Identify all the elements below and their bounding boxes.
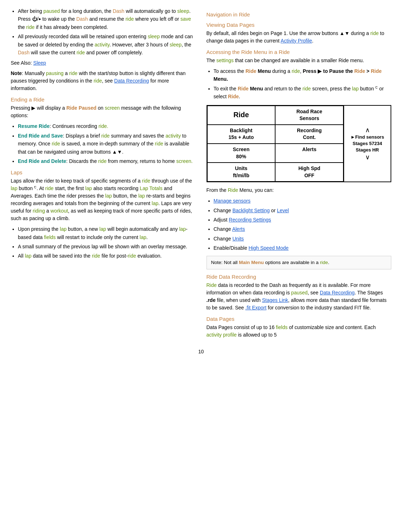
laps-bullet-2: A small summary of the previous lap will… [18, 243, 196, 250]
nav-heading: Navigation in Ride [207, 11, 392, 18]
ride-cell-road-race: Road RaceSensors [275, 106, 343, 125]
ride-pause: Ride [354, 68, 365, 74]
alerts-link[interactable]: Alerts [232, 226, 245, 232]
backlight-item: Change Backlight Setting or Level [214, 207, 392, 214]
stages-link[interactable]: Stages Link [262, 297, 288, 303]
highspeed-link[interactable]: High Speed Mode [249, 245, 289, 251]
data-pages-heading: Data Pages [207, 316, 392, 322]
ride-select: Ride [228, 94, 239, 99]
rde-text: .rde [207, 297, 216, 303]
ride-text-7: ride [155, 141, 163, 146]
ride-text-5: ride [101, 133, 109, 139]
ride-access-1: ride [292, 68, 300, 74]
lap-text-4: lap [138, 193, 145, 199]
ride-cell-recording: RecordingCont. [275, 125, 343, 144]
left-column: After being paused for a long duration, … [11, 7, 196, 342]
ending-heading: Ending a Ride [11, 96, 196, 103]
ride-cell-units: Unitsft/mi/lb [207, 163, 276, 182]
note-box: Note: Not all Main Menu options are avai… [207, 256, 392, 269]
sleep-bullets: After being paused for a long duration, … [18, 7, 196, 56]
find-sensors-text: ►Find sensorsStages 57234Stages HR [351, 134, 384, 154]
main-menu-text: Main Menu [239, 260, 264, 265]
ending-intro: Pressing ▶ will display a Ride Paused on… [11, 104, 196, 119]
page-number: 10 [11, 349, 391, 354]
note-para: Note: Manually pausing a ride with the s… [11, 70, 196, 92]
data-pages-text: Data Pages consist of up to 16 fields of… [207, 324, 392, 339]
resume-ride-item: Resume Ride: Continues recording ride. [18, 122, 196, 130]
ride-menu-side: ∧ ►Find sensorsStages 57234Stages HR ∨ [344, 124, 391, 163]
save-text: save [180, 16, 191, 22]
access-bullet-2: To exit the Ride Menu and return to the … [214, 85, 392, 101]
lap-text-2: lap [85, 185, 92, 191]
activity-profile-link[interactable]: Activity Profile [281, 38, 312, 44]
units-item: Change Units [214, 235, 392, 243]
workout-text: workout [50, 208, 68, 214]
accessing-text: The settings that can be changed are ava… [207, 57, 392, 64]
from-menu-text: From the Ride Menu, you can: [207, 187, 392, 194]
ride-data-heading: Ride Data Recording [207, 274, 392, 280]
units-link[interactable]: Units [232, 236, 244, 242]
dash-text-2: Dash [76, 16, 88, 22]
data-recording-link-1[interactable]: Data Recording [114, 78, 149, 84]
ride-cell-alerts: Alerts [275, 144, 343, 163]
activity-text-1: activity [95, 42, 110, 48]
resume-ride-label: Resume Ride [18, 123, 50, 129]
end-ride-delete-item: End Ride and Delete: Discards the ride f… [18, 157, 196, 165]
see-also: See Also: Sleep [11, 59, 196, 67]
level-link[interactable]: Level [277, 208, 289, 213]
lap-text-5: lap [152, 200, 159, 206]
fit-export-link[interactable]: .fit Export [245, 305, 266, 310]
sleep-link[interactable]: Sleep [33, 60, 46, 66]
ride-text-10: ride [128, 253, 136, 259]
screen-text: screen [105, 105, 120, 111]
recording-link[interactable]: Recording Settings [229, 217, 271, 223]
sleep-text-1: sleep [177, 8, 189, 14]
page-container: After being paused for a long duration, … [11, 7, 391, 342]
ride-menu-label-1: Ride [245, 68, 256, 74]
lap-text-7: lap [99, 226, 106, 232]
riding-text: riding [33, 208, 45, 214]
laps-bullets: Upon pressing the lap button, a new lap … [18, 225, 196, 260]
recording-item: Adjust Recording Settings [214, 216, 392, 224]
ride-note-box: ride [320, 260, 328, 265]
accessing-heading: Accessing the Ride Menu in a Ride [207, 49, 392, 55]
end-ride-save-label: End Ride and Save [18, 133, 63, 139]
settings-text: settings [217, 58, 234, 63]
dash-text-1: Dash [113, 8, 124, 14]
end-ride-delete-label: End Ride and Delete [18, 158, 66, 164]
ride-text-1: ride [125, 16, 134, 22]
ride-paused-text: Ride Paused [66, 105, 96, 111]
ride-text-3: ride [76, 50, 85, 55]
ride-data-text: Ride data is recorded to the Dash as fre… [207, 282, 392, 312]
up-arrow-icon: ∧ [365, 126, 370, 134]
ride-from-menu: Ride [228, 187, 238, 193]
ride-cell-ride: Ride [207, 106, 276, 125]
activity-profile-text: activity profile [207, 332, 237, 338]
lap-text-8: lap [179, 226, 186, 232]
backlight-link[interactable]: Backlight Setting [232, 208, 269, 213]
sleep-bullet-1: After being paused for a long duration, … [18, 7, 196, 31]
dash-text-3: Dash [18, 50, 30, 55]
pausing-text: pausing [46, 70, 64, 76]
data-recording-link-2[interactable]: Data Recording [320, 290, 354, 295]
accessing-bullets: To access the Ride Menu during a ride, P… [214, 67, 392, 101]
highspeed-item: Enable/Disable High Speed Mode [214, 244, 392, 252]
manage-sensors-link[interactable]: Manage sensors [214, 198, 251, 204]
ride-text-4: ride. [99, 123, 108, 129]
lap-totals: Lap Totals [140, 185, 163, 191]
laps-bullet-3: All lap data will be saved into the ride… [18, 252, 196, 260]
ride-cell-highspd: High SpdOFF [275, 163, 343, 182]
activity-text-2: activity [165, 133, 181, 139]
viewing-text: By default, all rides begin on Page 1. U… [207, 30, 392, 45]
fields-text-2: fields [276, 324, 288, 330]
paused-data: paused [291, 290, 308, 295]
access-bullet-1: To access the Ride Menu during a ride, P… [214, 67, 392, 83]
from-menu-bullets: Manage sensors Change Backlight Setting … [214, 197, 392, 252]
sleep-text-3: sleep [170, 42, 182, 48]
laps-text: Laps allow the rider to keep track of sp… [11, 177, 196, 222]
laps-bullet-1: Upon pressing the lap button, a new lap … [18, 225, 196, 241]
sleep-bullet-2: All previously recorded data will be ret… [18, 33, 196, 56]
ride-note-2: ride [94, 78, 102, 84]
ride-note: ride [69, 70, 77, 76]
down-arrow-icon: ∨ [365, 153, 370, 161]
